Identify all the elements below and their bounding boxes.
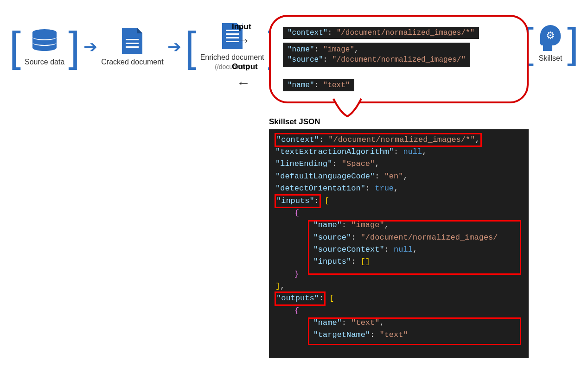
cracked-label: Cracked document [101,57,163,67]
cracked-doc-icon [118,27,146,55]
database-icon [31,27,58,55]
cracked-node: Cracked document [101,27,163,67]
bracket-open-2: [ [185,26,197,68]
arrow-right-icon: → [236,32,250,48]
source-label: Source data [25,57,64,67]
skillset-json-code: "context": "/document/normalized_images/… [269,129,529,358]
bracket-open-1: [ [9,26,21,68]
arrow-1: ➔ [83,38,97,55]
callout-line3: "name": "text" [283,79,354,91]
arrow-left-icon: ← [236,75,250,91]
callout-line1: "context": "/document/normalized_images/… [283,27,479,39]
source-node: Source data [25,27,64,67]
callout-line2: "name": "image","source": "/document/nor… [283,43,470,67]
skillset-head-icon: ⚙ [537,23,564,51]
skillset-group: [ ⚙ Skillset ] [522,22,579,64]
callout-tail-icon [331,99,364,117]
center-column: "context": "/document/normalized_images/… [269,15,529,358]
bracket-close-3: ] [567,22,579,64]
skillset-label: Skillset [539,54,562,63]
arrow-2: ➔ [167,38,181,55]
callout-bubble: "context": "/document/normalized_images/… [269,15,529,103]
bracket-close-1: ] [68,26,80,68]
gear-icon: ⚙ [546,30,555,42]
json-title: Skillset JSON [269,117,529,127]
skillset-node: ⚙ Skillset [537,23,564,63]
input-label: Input [232,22,258,32]
io-arrows: → ← [236,32,250,91]
